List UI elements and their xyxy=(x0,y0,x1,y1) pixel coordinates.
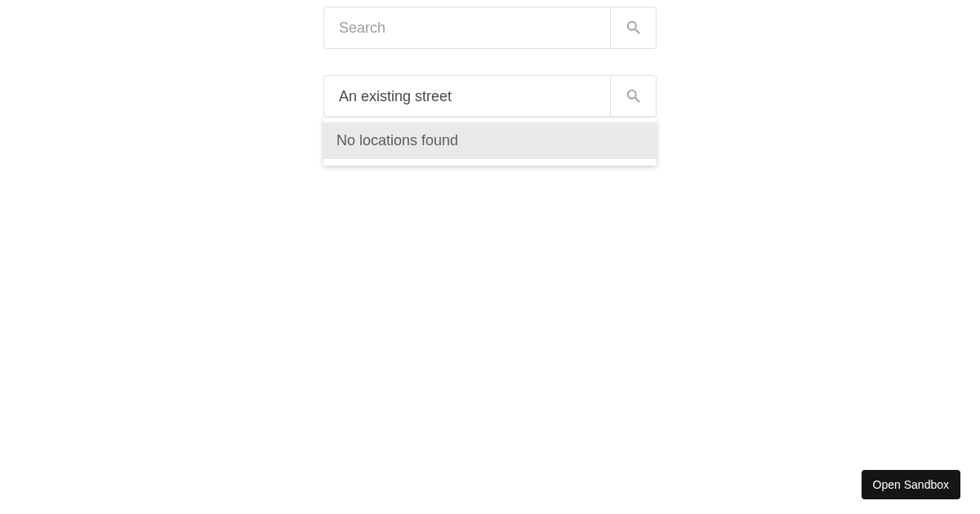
search-icon xyxy=(625,19,643,37)
search-input-2[interactable] xyxy=(324,76,610,117)
search-icon xyxy=(625,87,643,105)
search-box-1 xyxy=(323,7,657,49)
search-input-1[interactable] xyxy=(324,7,610,48)
search-button-2[interactable] xyxy=(610,76,656,117)
search-dropdown: No locations found xyxy=(323,117,657,166)
open-sandbox-button[interactable]: Open Sandbox xyxy=(862,470,960,499)
search-box-2 xyxy=(323,75,657,117)
dropdown-no-results: No locations found xyxy=(323,122,657,159)
search-wrapper-2: No locations found xyxy=(323,75,657,166)
page-container: No locations found xyxy=(0,0,980,192)
search-button-1[interactable] xyxy=(610,7,656,48)
search-wrapper-1 xyxy=(323,7,657,49)
